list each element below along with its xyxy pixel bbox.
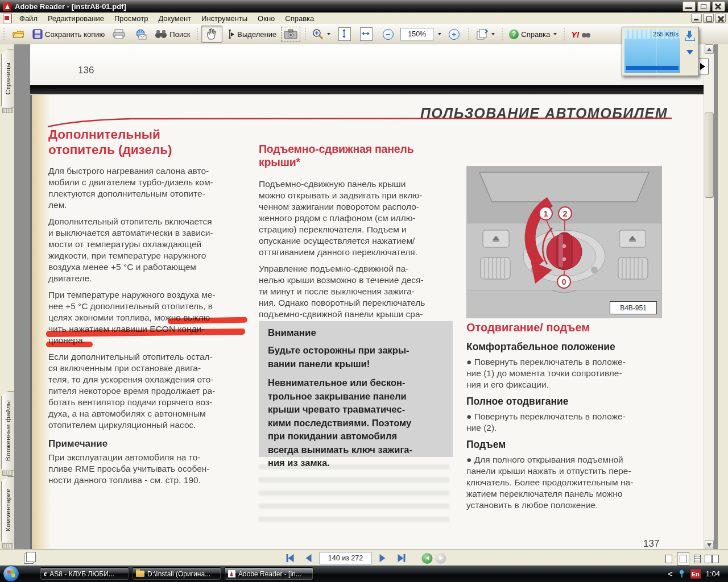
- layout-continuous-button[interactable]: [677, 552, 689, 566]
- binoculars-icon: [155, 30, 167, 39]
- hand-tool-button[interactable]: [201, 26, 222, 43]
- sidebar-tab-pages[interactable]: Страницы: [1, 49, 14, 108]
- middle-heading: Подъемно-сдвижная панель крыши*: [259, 143, 456, 169]
- callout-2: 2: [558, 206, 572, 221]
- fit-width-button[interactable]: [355, 26, 377, 43]
- pages-panel-icon[interactable]: [24, 554, 34, 564]
- toolbar-grip[interactable]: [500, 27, 504, 41]
- paragraph-with-marker: При температуре наружного воздуха ме- не…: [48, 289, 249, 346]
- toolbar-grip[interactable]: [303, 27, 307, 41]
- camera-icon: [284, 29, 297, 39]
- paragraph: Подъемно-сдвижную панель крыши можно отк…: [259, 178, 456, 258]
- taskbar-item-explorer[interactable]: D:\Install (Оригина...: [132, 567, 221, 580]
- menu-help[interactable]: Справка: [280, 13, 319, 24]
- open-button[interactable]: [7, 26, 29, 43]
- zoom-tool-button[interactable]: [309, 26, 334, 43]
- menu-edit[interactable]: Редактирование: [43, 13, 109, 24]
- layout-facing-button[interactable]: [705, 552, 718, 566]
- sidebar-tab-attachments[interactable]: Вложенные файлы: [1, 391, 14, 471]
- scroll-down-button[interactable]: [705, 540, 714, 550]
- zoom-level-control: 150%: [399, 26, 443, 43]
- page-navigation: 140 из 272: [282, 551, 446, 565]
- rotate-pages-caret: [491, 33, 495, 35]
- toolbar: Сохранить копию Поиск Выделение − 150%: [0, 24, 728, 45]
- select-label: Выделение: [237, 30, 276, 39]
- sub-heading: Подъем: [466, 439, 665, 451]
- drop-basket-icon[interactable]: [685, 31, 695, 41]
- open-folder-icon: [12, 29, 24, 39]
- zoom-level-caret[interactable]: [438, 33, 441, 35]
- email-globe-icon: [134, 29, 147, 40]
- scrollbar-thumb[interactable]: [705, 113, 714, 198]
- toolbar-grip[interactable]: [2, 27, 6, 41]
- previous-page-bottom: 136: [30, 44, 709, 85]
- language-indicator[interactable]: En: [690, 569, 701, 579]
- scroll-up-button[interactable]: [705, 44, 714, 54]
- menu-window[interactable]: Окно: [253, 13, 280, 24]
- first-page-button[interactable]: [282, 551, 298, 565]
- taskbar-item-adobe-reader[interactable]: Adobe Reader - [in...: [224, 567, 313, 580]
- fit-page-button[interactable]: [334, 26, 355, 43]
- tray-collapse-icon[interactable]: <: [668, 569, 673, 579]
- zoom-level-input[interactable]: 150%: [400, 28, 433, 40]
- adobe-reader-icon: [228, 570, 235, 577]
- document-viewport[interactable]: 136 ПОЛЬЗОВАНИЕ АВТОМОБИЛЕМ Дополнительн…: [14, 44, 718, 550]
- floppy-icon: [32, 29, 43, 39]
- previous-view-button[interactable]: [422, 553, 433, 564]
- menu-view[interactable]: Просмотр: [109, 13, 153, 24]
- layout-single-page-button[interactable]: [663, 552, 675, 566]
- snapshot-button[interactable]: [280, 26, 301, 43]
- email-button[interactable]: [130, 26, 151, 43]
- document-icon[interactable]: [3, 14, 12, 23]
- sidebar-tab-comments[interactable]: Комментарии: [1, 476, 14, 543]
- zoom-in-button[interactable]: +: [443, 26, 465, 43]
- download-widget[interactable]: 255 KB/s: [622, 27, 699, 76]
- task-label: AS8 - КЛУБ ЛЮБИ...: [49, 570, 114, 578]
- last-page-button[interactable]: [394, 551, 410, 565]
- print-button[interactable]: [108, 26, 130, 43]
- doc-minimize-button[interactable]: [691, 14, 702, 23]
- save-copy-button[interactable]: Сохранить копию: [29, 26, 108, 43]
- zoom-out-button[interactable]: −: [377, 26, 399, 43]
- fit-page-icon: [338, 27, 351, 41]
- tray-download-icon[interactable]: [678, 570, 685, 578]
- menu-file[interactable]: Файл: [14, 13, 43, 24]
- toolbar-grip[interactable]: [562, 27, 566, 41]
- zoom-out-icon: −: [383, 29, 394, 40]
- close-button[interactable]: [712, 1, 725, 11]
- title-bar: Adobe Reader - [instrA8-01.pdf]: [0, 0, 728, 13]
- help-icon: ?: [509, 30, 519, 39]
- note-heading: Примечание: [48, 438, 249, 450]
- middle-column: Подъемно-сдвижная панель крыши* Подъемно…: [259, 143, 456, 348]
- windows-logo-icon: [7, 569, 15, 577]
- start-button[interactable]: [3, 566, 19, 581]
- previous-page-button[interactable]: [301, 551, 317, 565]
- right-column: Отодвигание/ подъем Комфортабельное поло…: [466, 321, 665, 516]
- menu-document[interactable]: Документ: [153, 13, 196, 24]
- taskbar-item-browser[interactable]: e AS8 - КЛУБ ЛЮБИ...: [40, 567, 129, 580]
- next-page-button[interactable]: [375, 551, 391, 565]
- select-tool-button[interactable]: Выделение: [222, 26, 280, 43]
- printer-icon: [113, 29, 125, 39]
- vertical-scrollbar[interactable]: [704, 44, 714, 550]
- roof-switch-figure: 1 2 0 B4B-951: [466, 166, 662, 318]
- help-button[interactable]: ? Справка: [506, 26, 560, 43]
- next-view-button[interactable]: [436, 553, 446, 564]
- left-column: Дополнительный отопитель (дизель) Для бы…: [48, 127, 249, 491]
- doc-restore-button[interactable]: [703, 14, 714, 23]
- task-label: D:\Install (Оригина...: [147, 570, 210, 578]
- rotate-pages-button[interactable]: [472, 26, 498, 43]
- toolbar-grip[interactable]: [466, 27, 470, 41]
- search-button[interactable]: Поиск: [151, 26, 193, 43]
- layout-continuous-facing-button[interactable]: [691, 552, 704, 566]
- warning-box: Внимание Будьте осторожны при закры- ван…: [259, 321, 453, 457]
- page-number-input[interactable]: 140 из 272: [320, 552, 372, 564]
- doc-close-button[interactable]: [715, 14, 726, 23]
- toolbar-grip[interactable]: [195, 27, 199, 41]
- menu-tools[interactable]: Инструменты: [196, 13, 253, 24]
- restore-button[interactable]: [697, 1, 710, 11]
- yahoo-search-button[interactable]: Y!: [568, 26, 594, 43]
- download-widget-dropdown[interactable]: [686, 50, 693, 55]
- tab-comments-label: Комментарии: [5, 488, 11, 531]
- minimize-button[interactable]: [682, 1, 696, 11]
